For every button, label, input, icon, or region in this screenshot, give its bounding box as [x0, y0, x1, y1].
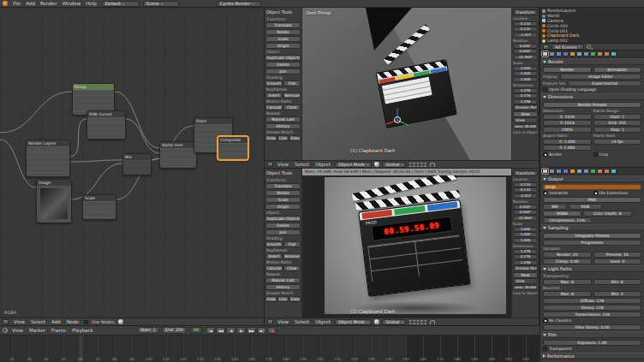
node-rgb-curves[interactable]: RGB Curves — [86, 110, 126, 139]
render-tab[interactable] — [542, 169, 548, 175]
bounces-min-field[interactable]: Min: 3 — [593, 291, 642, 297]
frame-end-field[interactable]: End: 250 — [162, 327, 187, 334]
performance-panel-header[interactable]: Performance — [540, 353, 644, 359]
node-header[interactable]: Alpha Over — [160, 142, 196, 148]
scale-x-field[interactable]: 1.000 — [513, 227, 538, 232]
crop-checkbox[interactable] — [593, 152, 598, 157]
node-mix[interactable]: Mix — [122, 153, 152, 175]
scale-y-field[interactable]: 1.000 — [513, 71, 538, 76]
aspect-x-field[interactable]: X: 1.000 — [543, 139, 592, 145]
delete-button[interactable]: Delete — [265, 62, 301, 68]
sampling-panel-header[interactable]: Sampling — [540, 224, 644, 231]
scale-button[interactable]: Scale — [265, 197, 301, 203]
file-format-select[interactable]: PNG — [543, 197, 641, 203]
scene-tab[interactable] — [556, 51, 562, 57]
object-tab[interactable] — [569, 169, 575, 175]
render-panel-header[interactable]: Render — [540, 58, 644, 65]
progressive-select[interactable]: Progressive — [543, 240, 641, 246]
scale-z-field[interactable]: 1.000 — [513, 238, 538, 243]
node-header[interactable]: Image — [37, 180, 71, 186]
search-icon[interactable] — [587, 45, 591, 49]
resolution-x-field[interactable]: X: 1024 — [543, 114, 592, 120]
viewport-3d-top[interactable]: Object Tools Transform:TranslateRotateSc… — [265, 8, 540, 168]
play-reverse-button[interactable]: ◀ — [226, 327, 236, 334]
smooth-button[interactable]: Smooth — [265, 80, 283, 86]
gp-draw-button[interactable]: Draw — [265, 135, 277, 141]
gp-draw-button[interactable]: Draw — [265, 296, 277, 302]
material-tab[interactable] — [597, 169, 603, 175]
gp-erase-button[interactable]: Erase — [289, 135, 301, 141]
preview-samples-field[interactable]: Preview: 10 — [593, 252, 642, 258]
view-panel-header[interactable]: View — [513, 278, 538, 284]
rotation-y-field[interactable]: 0.000° — [513, 210, 538, 215]
physics-tab[interactable] — [611, 51, 617, 57]
orientation-select[interactable]: Global▾ — [382, 162, 406, 168]
repeat-last-button[interactable]: Repeat Last — [265, 277, 301, 283]
manipulator-center[interactable] — [394, 116, 401, 123]
duplicate-objects-button[interactable]: Duplicate Objects — [265, 216, 301, 222]
rgb-button[interactable]: RGB — [569, 204, 602, 210]
smooth-button[interactable]: Smooth — [265, 241, 283, 247]
transform-manipulator[interactable] — [385, 107, 410, 133]
transparent-checkbox[interactable] — [543, 347, 547, 351]
remove-keyframe-button[interactable]: Remove — [283, 253, 301, 259]
menu-item[interactable]: View — [12, 319, 27, 324]
timeline[interactable]: ViewMarkerFramePlayback Start: 1 End: 25… — [0, 325, 540, 362]
timeline-ruler[interactable]: 2030405060708090100110120130140150160170… — [0, 335, 540, 362]
texture-tab[interactable] — [604, 169, 610, 175]
frame-start-field[interactable]: Start: 1 — [593, 114, 642, 120]
clamp-field[interactable]: Clamp: 0.00 — [543, 258, 592, 264]
layers-widget[interactable] — [408, 162, 427, 168]
bw-button[interactable]: BW — [543, 204, 567, 210]
render-result-canvas[interactable]: PROD 00.59.58.09 (1) Clapboard Dark — [302, 175, 511, 317]
integrator-presets-select[interactable]: Integrator Presets — [543, 233, 641, 239]
outliner[interactable]: RenderLayers World Camera Circle.000 Cir… — [540, 8, 644, 50]
frame-rate-select[interactable]: 24 fps — [593, 139, 642, 145]
modifiers-tab[interactable] — [583, 169, 589, 175]
dimensions-x-field[interactable]: 1.478 — [513, 88, 538, 93]
jump-start-button[interactable]: |◀ — [206, 327, 215, 334]
origin-button[interactable]: Origin — [265, 43, 301, 49]
location-z-field[interactable]: -1.437 — [513, 193, 538, 199]
filter-glossy-field[interactable]: Filter Glossy: 0.00 — [543, 324, 641, 330]
viewport-canvas[interactable]: User Persp (1) Clapboard Dark — [302, 8, 511, 160]
dimensions-z-field[interactable]: 1.256 — [513, 260, 538, 265]
menu-item[interactable]: Playback — [70, 328, 95, 333]
compression-field[interactable]: Compression: 15% — [543, 217, 592, 223]
menu-item[interactable]: Select — [293, 319, 311, 324]
menu-item[interactable]: Render — [39, 1, 59, 6]
menu-item[interactable]: Select — [293, 162, 311, 167]
render-button[interactable]: Render — [543, 67, 592, 73]
node-editor[interactable]: Group RGB Curves Render Layers Image Sca… — [0, 8, 265, 325]
translate-button[interactable]: Translate — [265, 183, 301, 189]
menu-item[interactable]: View — [276, 319, 290, 324]
grease-pencil-panel-header[interactable]: Grease Pencil — [513, 265, 538, 271]
animation-button[interactable]: Animation — [593, 67, 642, 73]
border-checkbox[interactable] — [543, 152, 547, 157]
jump-end-button[interactable]: ▶| — [257, 327, 266, 334]
join-button[interactable]: Join — [265, 68, 301, 74]
dimensions-x-field[interactable]: 1.478 — [513, 249, 538, 254]
overwrite-checkbox[interactable] — [543, 191, 547, 195]
prev-keyframe-button[interactable]: ◀◀ — [216, 327, 225, 334]
output-panel-header[interactable]: Output — [540, 175, 644, 182]
dimensions-z-field[interactable]: 1.256 — [513, 99, 538, 104]
clear-paths-button[interactable]: Clear — [283, 265, 301, 271]
node-header[interactable]: Glare — [194, 118, 232, 124]
menu-item[interactable]: Marker — [27, 328, 47, 333]
snap-magnet-icon[interactable] — [430, 320, 435, 324]
world-tab[interactable] — [563, 169, 569, 175]
dimensions-y-field[interactable]: 0.176 — [513, 93, 538, 98]
frame-start-field[interactable]: Start: 1 — [137, 327, 159, 334]
origin-button[interactable]: Origin — [265, 204, 301, 210]
menu-item[interactable]: View — [10, 328, 25, 333]
gp-line-button[interactable]: Line — [277, 135, 289, 141]
dimensions-panel-header[interactable]: Dimensions — [540, 93, 644, 100]
node-composite[interactable]: Composite — [218, 136, 248, 160]
gp-erase-button[interactable]: Erase — [289, 296, 301, 302]
world-tab[interactable] — [563, 51, 569, 57]
lens-field[interactable]: Lens: 35.000 — [513, 124, 538, 129]
node-alpha-over[interactable]: Alpha Over — [159, 141, 197, 169]
rotation-y-field[interactable]: 0.000° — [513, 49, 538, 54]
viewport-shading-icon[interactable] — [374, 162, 379, 167]
